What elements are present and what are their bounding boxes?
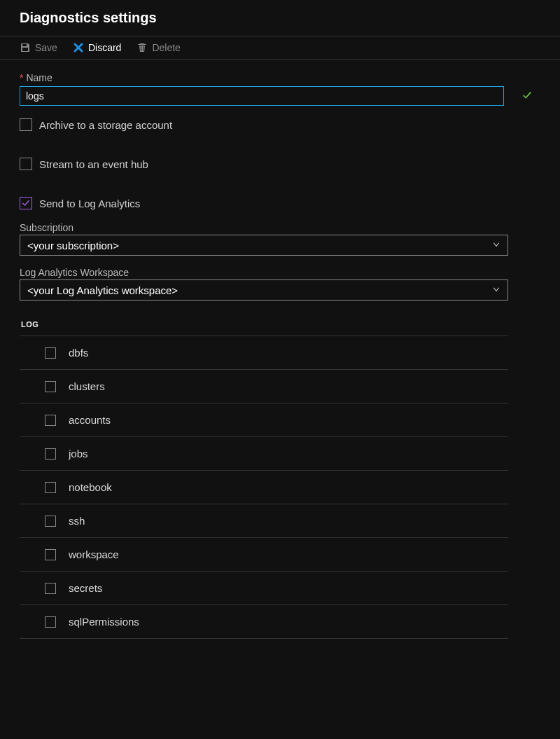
log-item[interactable]: jobs (20, 437, 508, 471)
log-item-label: ssh (69, 515, 85, 527)
checkbox-icon (45, 381, 56, 392)
checkbox-icon (45, 347, 56, 359)
checkbox-icon (20, 158, 32, 170)
subscription-value: <your subscription> (27, 240, 119, 251)
name-label: Name (26, 72, 52, 83)
page-header: Diagnostics settings (0, 0, 560, 36)
subscription-dropdown[interactable]: <your subscription> (20, 235, 508, 256)
log-item-label: sqlPermissions (69, 616, 139, 628)
log-item-label: dbfs (69, 347, 88, 359)
eventhub-checkbox-row[interactable]: Stream to an event hub (20, 158, 540, 170)
log-item[interactable]: notebook (20, 471, 508, 504)
log-item[interactable]: accounts (20, 403, 508, 437)
log-section-heading: LOG (20, 320, 540, 329)
checkbox-icon (20, 197, 32, 209)
log-item-label: jobs (69, 448, 88, 460)
log-list: dbfsclustersaccountsjobsnotebooksshworks… (20, 336, 508, 639)
toolbar: Save Discard Delete (0, 36, 560, 60)
log-item-label: workspace (69, 548, 119, 560)
content-area: * Name Archive to a storage account Stre… (0, 60, 560, 639)
log-item-label: accounts (69, 414, 111, 426)
checkbox-icon (45, 583, 56, 594)
name-input-wrap (20, 86, 540, 106)
required-marker: * (20, 72, 23, 83)
workspace-value: <your Log Analytics workspace> (27, 284, 178, 296)
chevron-down-icon (492, 240, 500, 251)
discard-button-label: Discard (88, 42, 121, 53)
log-item-label: clusters (69, 380, 105, 392)
name-input[interactable] (20, 86, 504, 106)
workspace-dropdown[interactable]: <your Log Analytics workspace> (20, 279, 508, 301)
save-icon (20, 42, 31, 53)
discard-button[interactable]: Discard (73, 42, 121, 53)
close-icon (73, 42, 84, 53)
archive-label: Archive to a storage account (39, 119, 172, 131)
subscription-label: Subscription (20, 222, 540, 233)
archive-checkbox-row[interactable]: Archive to a storage account (20, 118, 540, 131)
delete-button[interactable]: Delete (136, 42, 180, 53)
log-item[interactable]: ssh (20, 504, 508, 538)
check-icon (522, 90, 532, 102)
page-title: Diagnostics settings (20, 10, 540, 26)
log-item[interactable]: workspace (20, 538, 508, 572)
log-item-label: secrets (69, 582, 102, 594)
log-item[interactable]: clusters (20, 370, 508, 403)
log-item[interactable]: secrets (20, 572, 508, 605)
eventhub-label: Stream to an event hub (39, 158, 148, 170)
loganalytics-checkbox-row[interactable]: Send to Log Analytics (20, 197, 540, 209)
name-label-row: * Name (20, 72, 540, 83)
loganalytics-label: Send to Log Analytics (39, 198, 140, 209)
checkbox-icon (20, 118, 32, 131)
checkbox-icon (45, 415, 56, 426)
workspace-field: Log Analytics Workspace <your Log Analyt… (20, 267, 540, 301)
save-button[interactable]: Save (20, 42, 57, 53)
log-item[interactable]: sqlPermissions (20, 605, 508, 639)
checkbox-icon (45, 549, 56, 560)
checkbox-icon (45, 482, 56, 493)
chevron-down-icon (492, 284, 500, 296)
save-button-label: Save (35, 42, 57, 53)
delete-button-label: Delete (152, 42, 180, 53)
log-item-label: notebook (69, 481, 112, 493)
checkbox-icon (45, 516, 56, 527)
checkbox-icon (45, 448, 56, 460)
trash-icon (136, 42, 148, 53)
log-item[interactable]: dbfs (20, 336, 508, 370)
workspace-label: Log Analytics Workspace (20, 267, 540, 278)
subscription-field: Subscription <your subscription> (20, 222, 540, 256)
checkbox-icon (45, 616, 56, 628)
